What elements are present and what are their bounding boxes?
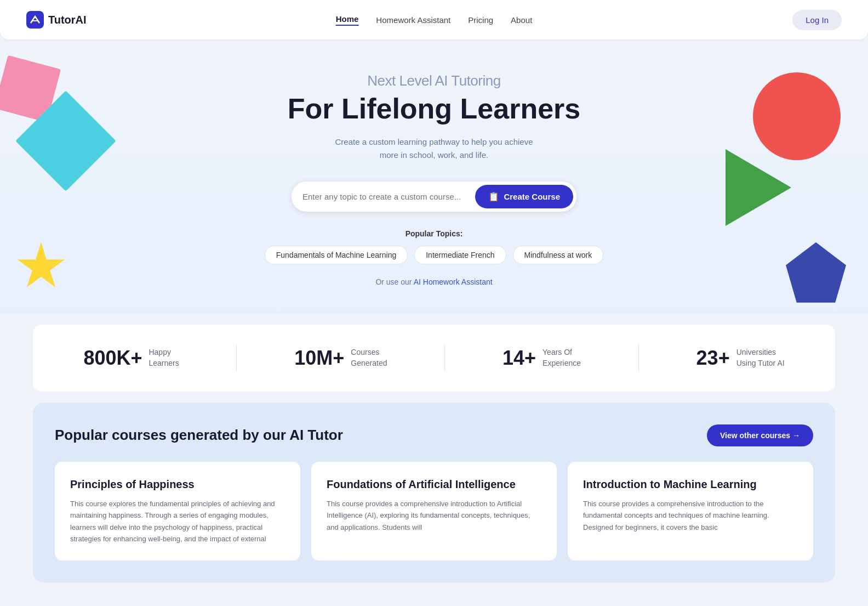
course-card-2: Foundations of Artificial Intelligence T… xyxy=(311,462,557,560)
navbar: TutorAI Home Homework Assistant Pricing … xyxy=(0,0,868,39)
hero-title: For Lifelong Learners xyxy=(0,93,868,126)
course-desc-3: This course provides a comprehensive int… xyxy=(583,498,798,533)
nav-pricing[interactable]: Pricing xyxy=(468,15,493,25)
course-desc-2: This course provides a comprehensive int… xyxy=(327,498,541,533)
topic-french[interactable]: Intermediate French xyxy=(414,246,506,264)
stats-section: 800K+ Happy Learners 10M+ Courses Genera… xyxy=(33,325,835,392)
logo-icon xyxy=(26,11,44,29)
create-course-label: Create Course xyxy=(504,192,560,201)
stat-divider-2 xyxy=(444,344,445,372)
stat-learners: 800K+ Happy Learners xyxy=(83,347,179,370)
nav-homework[interactable]: Homework Assistant xyxy=(376,15,450,25)
homework-link[interactable]: AI Homework Assistant xyxy=(414,277,493,286)
stat-years: 14+ Years Of Experience xyxy=(502,347,581,370)
courses-grid: Principles of Happiness This course expl… xyxy=(55,462,813,560)
hero-description: Create a custom learning pathway to help… xyxy=(330,135,538,162)
stat-years-label: Years Of Experience xyxy=(542,347,581,369)
course-title-2: Foundations of Artificial Intelligence xyxy=(327,477,541,491)
stat-universities: 23+ Universities Using Tutor AI xyxy=(696,347,785,370)
courses-section: Popular courses generated by our AI Tuto… xyxy=(33,403,835,582)
logo-text: TutorAI xyxy=(48,14,87,26)
stat-years-number: 14+ xyxy=(502,347,536,370)
topic-mindfulness[interactable]: Mindfulness at work xyxy=(513,246,604,264)
create-course-button[interactable]: 📋 Create Course xyxy=(475,185,573,208)
stat-universities-label: Universities Using Tutor AI xyxy=(736,347,785,369)
course-desc-1: This course explores the fundamental pri… xyxy=(70,498,285,545)
nav-about[interactable]: About xyxy=(511,15,532,25)
courses-header: Popular courses generated by our AI Tuto… xyxy=(55,424,813,446)
stat-courses-number: 10M+ xyxy=(294,347,344,370)
course-title-1: Principles of Happiness xyxy=(70,477,285,491)
stat-learners-label: Happy Learners xyxy=(149,347,179,369)
course-card-1: Principles of Happiness This course expl… xyxy=(55,462,300,560)
stat-divider-3 xyxy=(638,344,639,372)
hero-subtitle: Next Level AI Tutoring xyxy=(0,72,868,89)
course-card-3: Introduction to Machine Learning This co… xyxy=(568,462,813,560)
homework-link-text: Or use our AI Homework Assistant xyxy=(0,277,868,286)
topic-machine-learning[interactable]: Fundamentals of Machine Learning xyxy=(265,246,408,264)
stat-universities-number: 23+ xyxy=(696,347,730,370)
logo[interactable]: TutorAI xyxy=(26,11,87,29)
topics-list: Fundamentals of Machine Learning Interme… xyxy=(0,246,868,264)
popular-topics-label: Popular Topics: xyxy=(0,229,868,238)
nav-home[interactable]: Home xyxy=(336,14,359,26)
book-icon: 📋 xyxy=(488,191,499,202)
course-title-3: Introduction to Machine Learning xyxy=(583,477,798,491)
stat-divider-1 xyxy=(236,344,237,372)
popular-topics: Popular Topics: Fundamentals of Machine … xyxy=(0,229,868,264)
hero-section: Next Level AI Tutoring For Lifelong Lear… xyxy=(0,39,868,314)
search-input[interactable] xyxy=(302,192,475,201)
login-button[interactable]: Log In xyxy=(792,10,842,30)
homework-prefix: Or use our xyxy=(375,277,413,286)
courses-title: Popular courses generated by our AI Tuto… xyxy=(55,427,343,444)
search-box: 📋 Create Course xyxy=(292,182,576,212)
search-container: 📋 Create Course xyxy=(0,182,868,212)
nav-links: Home Homework Assistant Pricing About xyxy=(336,14,533,26)
stat-courses: 10M+ Courses Generated xyxy=(294,347,387,370)
svg-rect-0 xyxy=(26,11,44,29)
view-courses-button[interactable]: View other courses → xyxy=(707,424,813,446)
stat-learners-number: 800K+ xyxy=(83,347,142,370)
stat-courses-label: Courses Generated xyxy=(351,347,387,369)
